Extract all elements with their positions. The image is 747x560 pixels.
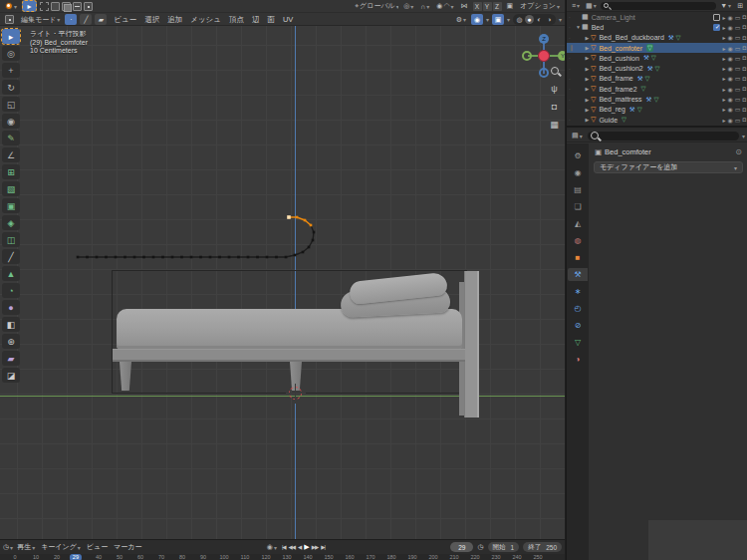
hide-eye-icon[interactable]: ◉ [727, 65, 732, 72]
shear-tool-button[interactable]: ▰ [2, 351, 20, 366]
tab-scene[interactable]: ◭ [568, 217, 588, 230]
edge-slide-tool-button[interactable]: ◧ [2, 317, 20, 332]
camera-view-icon[interactable]: ◘ [548, 100, 561, 113]
spin-tool-button[interactable]: ◔ [2, 283, 20, 298]
selectable-icon[interactable]: ▸ [722, 106, 725, 113]
material-preview-shading-button[interactable]: ◐ [535, 15, 544, 24]
hide-eye-icon[interactable]: ◉ [727, 75, 732, 82]
selectable-icon[interactable]: ▸ [722, 55, 725, 62]
collection-checkbox[interactable] [713, 24, 720, 31]
tab-particles[interactable]: ∗ [568, 285, 588, 298]
selectable-icon[interactable]: ▸ [722, 117, 725, 124]
auto-keying-record-button[interactable]: ◉▾ [267, 543, 277, 551]
selectable-icon[interactable]: ▸ [722, 34, 725, 41]
outliner-row-Bed_cushion2[interactable]: ·▶▽Bed_cushion2⚒▽▸◉▭◘ [567, 63, 747, 73]
outliner-search-input[interactable] [601, 2, 716, 10]
active-tool-select-box-button[interactable]: ▸ [22, 0, 37, 12]
mirror-x-button[interactable]: X [473, 2, 482, 11]
hide-eye-icon[interactable]: ◉ [727, 34, 732, 41]
menu-メッシュ[interactable]: メッシュ [186, 15, 225, 25]
mirror-z-button[interactable]: Z [493, 2, 502, 11]
edge-select-mode-button[interactable]: ╱ [80, 14, 92, 25]
viewport-display-icon[interactable]: ▭ [735, 96, 741, 103]
measure-tool-button[interactable]: ∠ [2, 147, 20, 162]
current-frame-badge[interactable]: 29 [70, 554, 82, 560]
hide-eye-icon[interactable]: ◉ [727, 14, 732, 21]
blender-menu-button[interactable]: ▾ [3, 1, 19, 12]
editor-type-button[interactable] [3, 14, 16, 25]
outliner-row-Bed_cushion[interactable]: ·▶▽Bed_cushion⚒▽▸◉▭◘ [567, 53, 747, 63]
expand-arrow-icon[interactable]: ▶ [584, 107, 591, 113]
selectable-icon[interactable]: ▸ [722, 45, 725, 52]
viewport-3d[interactable]: ライト・平行投影 (29) Bed_comfoter 10 Centimeter… [0, 26, 565, 539]
viewport-display-icon[interactable]: ▭ [735, 86, 741, 93]
zoom-icon[interactable] [548, 64, 561, 77]
selectable-icon[interactable]: ▸ [722, 24, 725, 31]
smooth-tool-button[interactable]: ● [2, 300, 20, 315]
jump-to-end-button[interactable]: ▶| [320, 544, 326, 550]
menu-ビュー[interactable]: ビュー [110, 15, 140, 25]
viewport-display-icon[interactable]: ▭ [735, 106, 741, 113]
hide-eye-icon[interactable]: ◉ [727, 106, 732, 113]
outliner-editor-type-button[interactable]: ≡▾ [570, 0, 582, 11]
proportional-editing-button[interactable]: ◉◠▾ [434, 1, 455, 12]
tab-tool[interactable]: ⚙ [568, 149, 588, 162]
expand-arrow-icon[interactable]: ▶ [584, 45, 591, 51]
expand-arrow-icon[interactable]: ▶ [584, 117, 591, 123]
mode-dropdown[interactable]: 編集モード▾ [19, 14, 62, 25]
selectable-icon[interactable]: ▸ [722, 65, 725, 72]
snap-target-icon[interactable]: ▣ [505, 1, 516, 12]
use-preview-range-icon[interactable]: ◷ [477, 543, 483, 551]
viewport-display-icon[interactable]: ▭ [735, 55, 741, 62]
pan-hand-icon[interactable]: ψ [548, 82, 561, 95]
select-mode-subtract-icon[interactable] [62, 2, 71, 11]
render-camera-icon[interactable]: ◘ [742, 86, 746, 92]
prev-keyframe-button[interactable]: ◀◀ [288, 544, 296, 550]
select-mode-intersect-icon[interactable] [84, 2, 93, 11]
render-camera-icon[interactable]: ◘ [742, 45, 746, 51]
poly-build-tool-button[interactable]: ▲ [2, 266, 20, 281]
new-collection-button[interactable]: ⊞ [735, 0, 745, 11]
tab-object-data[interactable]: ▽ [568, 336, 588, 349]
add-cube-tool-button[interactable]: ⊞ [2, 164, 20, 179]
outliner-row-Camera_Light[interactable]: ·▦Camera_Light▸◉▭◘ [567, 12, 747, 22]
next-keyframe-button[interactable]: ▶▶ [311, 544, 319, 550]
perspective-grid-icon[interactable]: ▦ [548, 118, 561, 131]
timeline-menu-キーイング[interactable]: キーイング▾ [41, 542, 81, 552]
select-mode-extend-icon[interactable] [51, 2, 60, 11]
bevel-tool-button[interactable]: ◈ [2, 215, 20, 230]
solid-shading-button[interactable]: ● [525, 15, 534, 24]
loop-cut-tool-button[interactable]: ◫ [2, 232, 20, 247]
timeline-menu-再生[interactable]: 再生▾ [17, 542, 35, 552]
expand-arrow-icon[interactable]: ▶ [584, 97, 591, 103]
knife-tool-button[interactable]: ╱ [2, 249, 20, 264]
render-camera-icon[interactable]: ◘ [742, 24, 746, 30]
selectable-icon[interactable]: ▸ [722, 75, 725, 82]
render-camera-icon[interactable]: ◘ [742, 66, 746, 72]
tab-view-layer[interactable]: ❏ [568, 200, 588, 213]
outliner-row-Bed_frame2[interactable]: ·▶▽Bed_frame2▽▸◉▭◘ [567, 84, 747, 94]
vertex-select-mode-button[interactable]: · [65, 14, 77, 25]
tab-modifiers[interactable]: ⚒ [568, 268, 588, 281]
render-camera-icon[interactable]: ◘ [742, 97, 746, 103]
gizmo-x-axis-ball[interactable] [538, 50, 550, 62]
viewport-display-icon[interactable]: ▭ [735, 65, 741, 72]
menu-辺[interactable]: 辺 [248, 15, 264, 25]
selectable-icon[interactable]: ▸ [722, 14, 725, 21]
current-frame-field[interactable]: 29 [450, 542, 473, 552]
selectable-icon[interactable]: ▸ [722, 96, 725, 103]
frame-end-field[interactable]: 終了250 [523, 542, 562, 552]
outliner-row-Bed_reg[interactable]: ·▶▽Bed_reg⚒▽▸◉▭◘ [567, 105, 747, 115]
play-reverse-button[interactable]: ◀ [297, 544, 302, 550]
hide-eye-icon[interactable]: ◉ [727, 86, 732, 93]
hide-eye-icon[interactable]: ◉ [727, 45, 732, 52]
rendered-shading-button[interactable]: ◑ [545, 15, 554, 24]
render-camera-icon[interactable]: ◘ [742, 76, 746, 82]
expand-arrow-icon[interactable]: ▶ [584, 35, 591, 41]
shrink-fatten-tool-button[interactable]: ⊛ [2, 334, 20, 349]
collection-checkbox[interactable] [713, 14, 720, 21]
properties-editor-type-button[interactable]: ▤▾ [570, 131, 585, 141]
menu-選択[interactable]: 選択 [140, 15, 163, 25]
transform-orientation-dropdown[interactable]: ⌖グローバル▾ [353, 1, 398, 12]
rip-region-tool-button[interactable]: ◪ [2, 368, 20, 383]
